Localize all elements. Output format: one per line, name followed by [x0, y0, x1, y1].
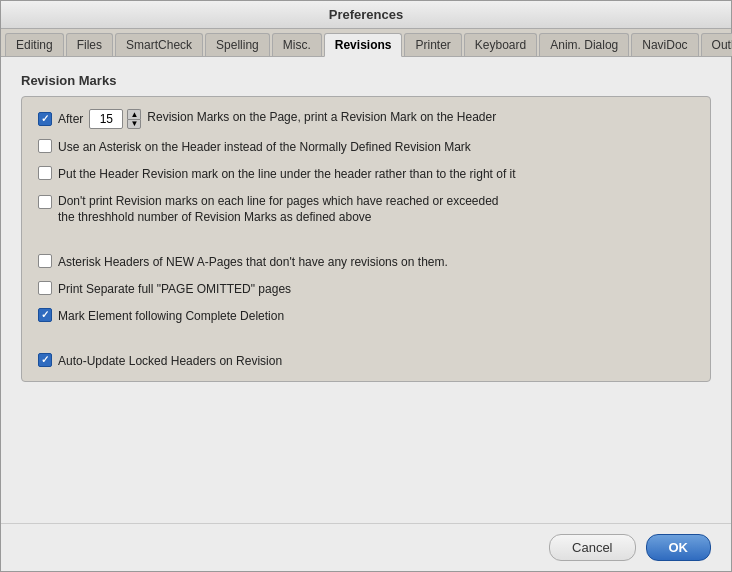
opt6-label: Print Separate full "PAGE OMITTED" pages	[58, 281, 291, 298]
tab-anim.-dialog[interactable]: Anim. Dialog	[539, 33, 629, 56]
checkbox-opt7[interactable]	[38, 308, 52, 322]
option-1-cb-wrap: After ▲ ▼	[38, 109, 141, 129]
tab-bar: EditingFilesSmartCheckSpellingMisc.Revis…	[1, 29, 731, 57]
section-title: Revision Marks	[21, 73, 711, 88]
spinner-down[interactable]: ▼	[127, 119, 141, 129]
option-row-4: Don't print Revision marks on each line …	[38, 193, 694, 227]
checkbox-opt3[interactable]	[38, 166, 52, 180]
opt7-label: Mark Element following Complete Deletion	[58, 308, 284, 325]
checkbox-opt6[interactable]	[38, 281, 52, 295]
after-label: After	[58, 111, 83, 128]
tab-outline[interactable]: Outline	[701, 33, 732, 56]
ok-button[interactable]: OK	[646, 534, 712, 561]
divider-1	[38, 236, 694, 244]
tab-smartcheck[interactable]: SmartCheck	[115, 33, 203, 56]
option-row-7: Mark Element following Complete Deletion	[38, 308, 694, 325]
option-row-3: Put the Header Revision mark on the line…	[38, 166, 694, 183]
revision-marks-box: After ▲ ▼ Revision Marks on the Page, pr…	[21, 96, 711, 382]
option-row-1: After ▲ ▼ Revision Marks on the Page, pr…	[38, 109, 694, 129]
checkbox-opt4[interactable]	[38, 195, 52, 209]
checkbox-opt5[interactable]	[38, 254, 52, 268]
option-row-2: Use an Asterisk on the Header instead of…	[38, 139, 694, 156]
title-bar: Preferences	[1, 1, 731, 29]
checkbox-opt2[interactable]	[38, 139, 52, 153]
opt3-label: Put the Header Revision mark on the line…	[58, 166, 516, 183]
divider-2	[38, 335, 694, 343]
opt5-label: Asterisk Headers of NEW A-Pages that don…	[58, 254, 448, 271]
opt2-label: Use an Asterisk on the Header instead of…	[58, 139, 471, 156]
option-row-5: Asterisk Headers of NEW A-Pages that don…	[38, 254, 694, 271]
tab-misc.[interactable]: Misc.	[272, 33, 322, 56]
checkbox-opt1[interactable]	[38, 112, 52, 126]
tab-navidoc[interactable]: NaviDoc	[631, 33, 698, 56]
tab-spelling[interactable]: Spelling	[205, 33, 270, 56]
tab-revisions[interactable]: Revisions	[324, 33, 403, 57]
opt1-label: Revision Marks on the Page, print a Revi…	[147, 109, 496, 126]
tab-keyboard[interactable]: Keyboard	[464, 33, 537, 56]
revision-count-input[interactable]	[89, 109, 123, 129]
spinner-wrap: ▲ ▼	[89, 109, 141, 129]
window-title: Preferences	[329, 7, 403, 22]
opt8-label: Auto-Update Locked Headers on Revision	[58, 353, 282, 370]
tab-printer[interactable]: Printer	[404, 33, 461, 56]
cancel-button[interactable]: Cancel	[549, 534, 635, 561]
option-row-6: Print Separate full "PAGE OMITTED" pages	[38, 281, 694, 298]
spinner-control: ▲ ▼	[127, 109, 141, 129]
spinner-up[interactable]: ▲	[127, 109, 141, 119]
checkbox-opt8[interactable]	[38, 353, 52, 367]
preferences-window: Preferences EditingFilesSmartCheckSpelli…	[0, 0, 732, 572]
opt4-label: Don't print Revision marks on each line …	[58, 193, 499, 227]
footer: Cancel OK	[1, 523, 731, 571]
tab-editing[interactable]: Editing	[5, 33, 64, 56]
tab-files[interactable]: Files	[66, 33, 113, 56]
content-area: Revision Marks After ▲ ▼ Revision Marks …	[1, 57, 731, 523]
option-row-8: Auto-Update Locked Headers on Revision	[38, 353, 694, 370]
